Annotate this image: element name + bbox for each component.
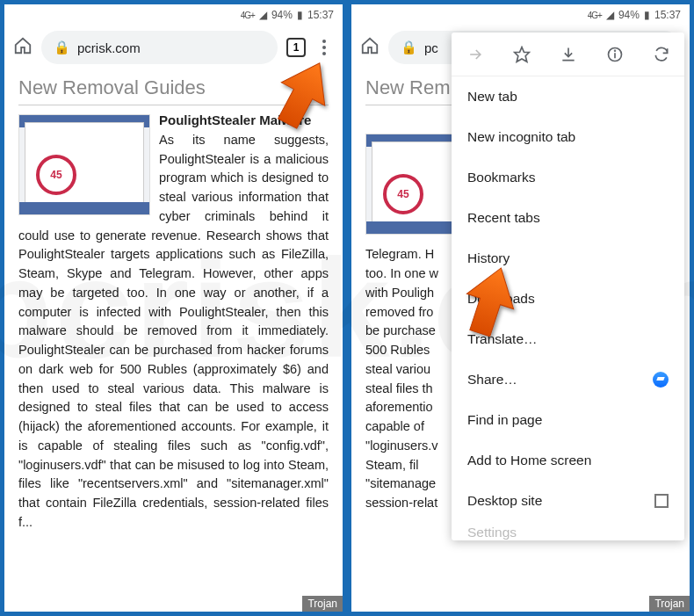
menu-desktop-site[interactable]: Desktop site [452,481,684,521]
clock: 15:37 [307,9,334,21]
browser-toolbar: 🔒 pcrisk.com 1 [4,25,343,69]
clock: 15:37 [654,9,681,21]
info-icon[interactable] [605,45,625,64]
svg-marker-1 [514,47,529,62]
menu-new-tab[interactable]: New tab [452,76,684,117]
category-tag: Trojan [649,596,690,612]
menu-share[interactable]: Share… [452,359,684,400]
category-tag: Trojan [302,596,343,612]
messenger-icon [653,372,669,388]
menu-translate[interactable]: Translate… [452,319,684,359]
overflow-menu-button[interactable] [314,40,334,55]
section-heading: New Removal Guides [18,76,329,105]
forward-icon [466,45,485,64]
signal-icon: ◢ [606,9,614,21]
lock-icon: 🔒 [54,40,70,55]
battery-pct: 94% [618,9,640,21]
page-content: New Removal Guides 45 PoulightStealer Ma… [4,69,343,540]
article-thumbnail: 45 [18,114,150,215]
home-icon[interactable] [13,36,33,59]
download-icon[interactable] [559,45,578,64]
svg-point-4 [614,50,615,51]
status-bar: 4G+ ◢ 94% ▮ 15:37 [4,4,343,25]
menu-bookmarks[interactable]: Bookmarks [452,157,684,198]
article: 45 PoulightStealer Malware As its name s… [18,111,329,533]
battery-icon: ▮ [644,9,650,21]
status-bar: 4G+ ◢ 94% ▮ 15:37 [351,4,690,25]
network-indicator: 4G+ [241,11,255,20]
article-title: PoulightStealer Malware [159,112,311,127]
menu-find-in-page[interactable]: Find in page [452,400,684,440]
gauge-value: 45 [383,174,423,214]
menu-downloads[interactable]: Downloads [452,279,684,319]
url-text: pc [424,40,438,55]
signal-icon: ◢ [259,9,267,21]
url-bar[interactable]: 🔒 pcrisk.com [41,31,278,64]
menu-add-home[interactable]: Add to Home screen [452,440,684,481]
network-indicator: 4G+ [588,11,602,20]
star-icon[interactable] [512,45,531,64]
menu-action-row [452,33,684,76]
menu-recent-tabs[interactable]: Recent tabs [452,198,684,238]
url-text: pcrisk.com [77,40,141,55]
right-screenshot: 4G+ ◢ 94% ▮ 15:37 🔒 pc New Rem 45 [351,4,690,612]
checkbox-icon[interactable] [654,494,669,508]
tab-switcher[interactable]: 1 [286,38,306,57]
overflow-menu: New tab New incognito tab Bookmarks Rece… [452,33,684,540]
battery-icon: ▮ [297,9,303,21]
lock-icon: 🔒 [401,40,417,55]
left-screenshot: 4G+ ◢ 94% ▮ 15:37 🔒 pcrisk.com 1 New Rem… [4,4,343,612]
menu-history[interactable]: History [452,238,684,279]
home-icon[interactable] [360,36,380,59]
menu-settings[interactable]: Settings [452,521,684,540]
battery-pct: 94% [271,9,293,21]
menu-new-incognito[interactable]: New incognito tab [452,117,684,157]
gauge-value: 45 [36,155,76,195]
refresh-icon[interactable] [652,45,671,64]
